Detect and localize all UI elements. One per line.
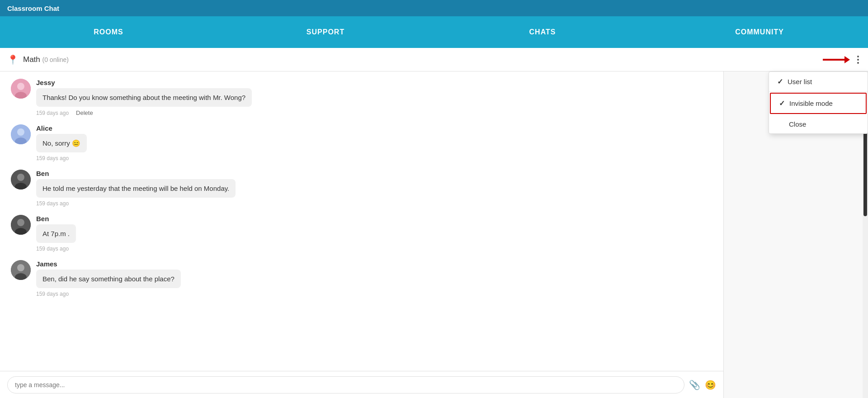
page-wrapper: Classroom Chat ROOMS SUPPORT CHATS COMMU… xyxy=(0,0,868,398)
message-footer: 159 days ago Delete xyxy=(36,109,712,116)
message-group: Ben He told me yesterday that the meetin… xyxy=(11,170,712,207)
svg-point-3 xyxy=(17,83,24,90)
dropdown-close-label: Close xyxy=(789,120,806,128)
dropdown-user-list-label: User list xyxy=(788,78,812,85)
sender-alice: Alice xyxy=(36,124,712,132)
dropdown-close[interactable]: Close xyxy=(769,115,868,133)
avatar-jessy xyxy=(11,79,31,99)
avatar-james xyxy=(11,260,31,280)
timestamp-ben2: 159 days ago xyxy=(36,246,69,252)
dropdown-invisible-mode[interactable]: ✓ Invisible mode xyxy=(770,93,867,114)
title-bar: Classroom Chat xyxy=(0,0,868,16)
red-arrow-icon xyxy=(823,54,850,65)
room-header: 📍 Math (0 online) xyxy=(0,48,868,71)
message-input[interactable] xyxy=(7,376,684,393)
avatar-alice xyxy=(11,124,31,144)
message-content: Alice No, sorry 😑 159 days ago xyxy=(36,124,712,161)
svg-point-12 xyxy=(17,219,24,226)
svg-point-6 xyxy=(17,128,24,136)
message-content: Ben At 7p.m . 159 days ago xyxy=(36,215,712,252)
emoji-icon[interactable]: 😊 xyxy=(705,379,716,390)
message-content: Ben He told me yesterday that the meetin… xyxy=(36,170,712,207)
messages-scroll[interactable]: Jessy Thanks! Do you know something abou… xyxy=(0,71,723,371)
dropdown-invisible-label: Invisible mode xyxy=(789,100,833,107)
sender-ben1: Ben xyxy=(36,170,712,177)
avatar-ben2 xyxy=(11,215,31,235)
check-user-list: ✓ xyxy=(777,77,783,86)
dot3 xyxy=(857,62,859,64)
left-chat: Jessy Thanks! Do you know something abou… xyxy=(0,71,723,398)
check-invisible: ✓ xyxy=(779,99,785,108)
avatar-ben1 xyxy=(11,170,31,190)
message-row: James Ben, did he say something about th… xyxy=(11,260,712,297)
message-group: Jessy Thanks! Do you know something abou… xyxy=(11,79,712,116)
timestamp-james: 159 days ago xyxy=(36,291,69,297)
delete-jessy[interactable]: Delete xyxy=(76,109,93,116)
bubble-jessy: Thanks! Do you know something about the … xyxy=(36,88,252,107)
header-right: ✓ User list ✓ Invisible mode Close xyxy=(823,54,861,66)
message-row: Jessy Thanks! Do you know something abou… xyxy=(11,79,712,116)
attachment-icon[interactable]: 📎 xyxy=(689,379,700,390)
message-footer: 159 days ago xyxy=(36,200,712,207)
svg-point-9 xyxy=(17,174,24,181)
message-content: Jessy Thanks! Do you know something abou… xyxy=(36,79,712,116)
bubble-ben1: He told me yesterday that the meeting wi… xyxy=(36,179,236,198)
sender-jessy: Jessy xyxy=(36,79,712,86)
sender-ben2: Ben xyxy=(36,215,712,223)
svg-marker-1 xyxy=(844,56,850,63)
timestamp-alice: 159 days ago xyxy=(36,155,69,161)
input-area: 📎 😊 xyxy=(0,371,723,398)
message-group: James Ben, did he say something about th… xyxy=(11,260,712,297)
menu-dots-button[interactable] xyxy=(855,54,861,66)
dropdown-menu: ✓ User list ✓ Invisible mode Close xyxy=(769,71,868,134)
app-title: Classroom Chat xyxy=(7,5,59,12)
message-row: Alice No, sorry 😑 159 days ago xyxy=(11,124,712,161)
message-row: Ben At 7p.m . 159 days ago xyxy=(11,215,712,252)
message-footer: 159 days ago xyxy=(36,291,712,297)
room-title: Math (0 online) xyxy=(23,55,69,64)
bubble-alice: No, sorry 😑 xyxy=(36,134,87,152)
pin-icon: 📍 xyxy=(7,54,19,65)
dot2 xyxy=(857,59,859,61)
message-content: James Ben, did he say something about th… xyxy=(36,260,712,297)
nav-community[interactable]: COMMUNITY xyxy=(651,16,868,48)
svg-point-15 xyxy=(17,264,24,271)
nav-bar: ROOMS SUPPORT CHATS COMMUNITY xyxy=(0,16,868,48)
bubble-james: Ben, did he say something about the plac… xyxy=(36,270,181,288)
message-group: Ben At 7p.m . 159 days ago xyxy=(11,215,712,252)
message-footer: 159 days ago xyxy=(36,155,712,161)
nav-rooms[interactable]: ROOMS xyxy=(0,16,217,48)
chat-wrapper: 📍 Math (0 online) xyxy=(0,48,868,398)
nav-support[interactable]: SUPPORT xyxy=(217,16,434,48)
timestamp-ben1: 159 days ago xyxy=(36,200,69,207)
dropdown-user-list[interactable]: ✓ User list xyxy=(769,72,868,92)
online-count: (0 online) xyxy=(42,56,69,63)
message-row: Ben He told me yesterday that the meetin… xyxy=(11,170,712,207)
timestamp-jessy: 159 days ago xyxy=(36,110,69,116)
message-footer: 159 days ago xyxy=(36,246,712,252)
sender-james: James xyxy=(36,260,712,268)
chat-body: Jessy Thanks! Do you know something abou… xyxy=(0,71,868,398)
message-group: Alice No, sorry 😑 159 days ago xyxy=(11,124,712,161)
bubble-ben2: At 7p.m . xyxy=(36,224,76,243)
dot1 xyxy=(857,56,859,57)
nav-chats[interactable]: CHATS xyxy=(434,16,651,48)
